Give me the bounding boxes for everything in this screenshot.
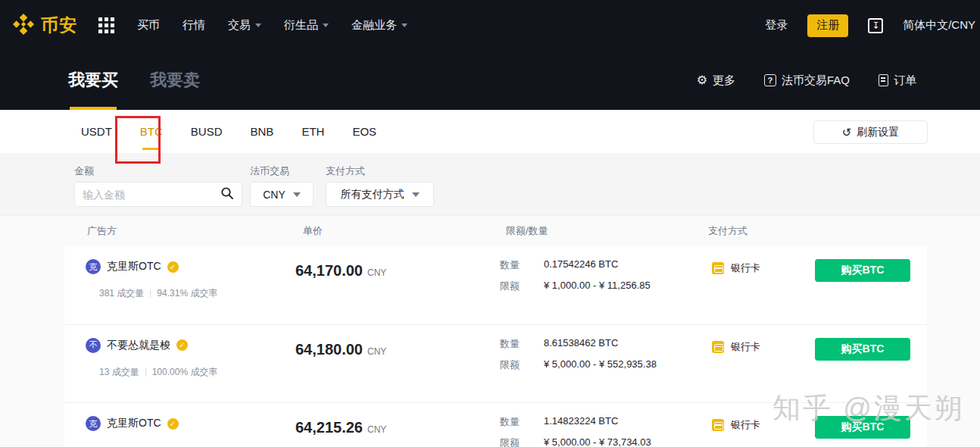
payment-method-label: 银行卡 [731,418,760,432]
unit-price: 64,180.00 CNY [295,341,386,358]
column-header-limit-qty: 限额/数量 [506,224,548,238]
nav-item-derivatives[interactable]: 衍生品 [284,18,329,33]
nav-item-buy-crypto[interactable]: 买币 [137,18,160,33]
search-icon[interactable] [220,186,234,203]
chevron-down-icon [412,192,420,197]
p2p-sub-navbar: 我要买 我要卖 ⚙ 更多 ? 法币交易FAQ 订单 [0,51,980,110]
advertiser-name: 克里斯OTC [107,260,161,274]
advertiser-link[interactable]: 不 不要怂就是梭 ✓ [86,338,188,353]
offer-row: 克 克里斯OTC ✓ 64,215.26 CNY 数量1.14823224 BT… [64,403,927,447]
tab-btc[interactable]: BTC [139,110,164,153]
advertiser-link[interactable]: 克 克里斯OTC ✓ [86,416,179,431]
completion-rate: 94.31% 成交率 [157,287,217,300]
brand-name: 币安 [41,14,77,37]
buy-btc-button[interactable]: 购买BTC [815,338,910,361]
payment-select[interactable]: 所有支付方式 [326,182,434,207]
refresh-settings-button[interactable]: ↺ 刷新设置 [813,120,928,144]
download-app-icon[interactable]: ↧ [868,18,883,33]
quantity-value: 0.17542246 BTC [544,258,618,272]
nav-item-markets[interactable]: 行情 [183,18,205,33]
quantity-label: 数量 [500,337,544,351]
offer-row: 克 克里斯OTC ✓ 381 成交量 94.31% 成交率 64,170.00 … [64,246,927,325]
verified-badge-icon: ✓ [176,339,188,351]
limit-label: 限额 [500,358,544,372]
filter-band: 金额 法币交易 CNY 支付方式 所有支付方式 [0,153,980,216]
orders-count: 381 成交量 [99,287,144,300]
payment-method-label: 银行卡 [731,340,760,354]
topnav-menu: 买币 行情 交易 衍生品 金融业务 [137,18,407,33]
completion-rate: 100.00% 成交率 [152,366,218,379]
limit-quantity-block: 数量8.61538462 BTC 限额¥ 5,000.00 - ¥ 552,93… [500,337,657,380]
orders-link[interactable]: 订单 [879,73,916,88]
nav-item-finance[interactable]: 金融业务 [351,18,407,33]
bank-card-icon [712,341,724,353]
bank-card-icon [712,262,724,274]
avatar: 克 [86,259,101,274]
payment-method-label: 银行卡 [731,261,760,275]
payment-method: 银行卡 [712,418,760,432]
question-mark-icon: ? [764,74,776,86]
asset-tabs-row: USDT BTC BUSD BNB ETH EOS ↺ 刷新设置 [0,110,980,153]
login-link[interactable]: 登录 [765,18,788,33]
register-button[interactable]: 注册 [807,14,848,37]
amount-input[interactable] [83,189,220,201]
limit-quantity-block: 数量1.14823224 BTC 限额¥ 5,000.00 - ¥ 73,734… [500,415,651,447]
limit-label: 限额 [500,436,544,447]
top-navbar: 币安 买币 行情 交易 衍生品 金融业务 登录 注册 ↧ 简体中文/CNY [0,0,980,51]
fiat-label: 法币交易 [250,164,289,178]
quantity-label: 数量 [500,415,544,429]
tab-busd[interactable]: BUSD [189,110,224,153]
currency-unit: CNY [367,424,386,435]
language-currency-selector[interactable]: 简体中文/CNY [903,18,975,33]
currency-unit: CNY [367,346,386,357]
limit-value: ¥ 1,000.00 - ¥ 11,256.85 [544,280,651,293]
offers-table: 克 克里斯OTC ✓ 381 成交量 94.31% 成交率 64,170.00 … [64,246,927,447]
buy-btc-button[interactable]: 购买BTC [815,416,910,439]
fiat-faq-link[interactable]: ? 法币交易FAQ [764,73,850,88]
advertiser-link[interactable]: 克 克里斯OTC ✓ [86,259,179,274]
chevron-down-icon [323,23,329,27]
chevron-down-icon [255,23,261,27]
refresh-icon: ↺ [842,127,852,138]
document-icon [879,74,888,86]
currency-unit: CNY [367,267,386,278]
more-button[interactable]: ⚙ 更多 [697,73,735,88]
payment-method: 银行卡 [712,340,760,354]
payment-method: 银行卡 [712,261,760,275]
tab-usdt[interactable]: USDT [80,110,114,153]
quantity-value: 8.61538462 BTC [544,337,618,351]
avatar: 不 [86,338,101,353]
avatar: 克 [86,416,101,431]
divider [150,289,151,298]
tab-i-want-to-sell[interactable]: 我要卖 [150,51,200,110]
unit-price: 64,215.26 CNY [295,419,386,436]
apps-grid-icon[interactable] [98,17,114,33]
fiat-select[interactable]: CNY [250,182,314,207]
topnav-right: 登录 注册 ↧ 简体中文/CNY [765,0,980,51]
column-header-advertiser: 广告方 [87,224,117,238]
nav-item-trade[interactable]: 交易 [228,18,261,33]
quantity-value: 1.14823224 BTC [544,415,618,429]
column-header-payment: 支付方式 [708,224,747,238]
tab-bnb[interactable]: BNB [249,110,276,153]
verified-badge-icon: ✓ [167,418,179,430]
buy-sell-tabs: 我要买 我要卖 [68,51,200,110]
chevron-down-icon [293,192,301,197]
payment-label: 支付方式 [326,164,365,178]
binance-logo[interactable]: 币安 [11,12,77,39]
chevron-down-icon [401,23,407,27]
gear-icon: ⚙ [697,74,707,86]
tab-eth[interactable]: ETH [300,110,326,153]
tab-i-want-to-buy[interactable]: 我要买 [68,51,118,110]
tab-eos[interactable]: EOS [351,110,378,153]
advertiser-stats: 13 成交量 100.00% 成交率 [99,366,217,379]
quantity-label: 数量 [500,258,544,272]
amount-search-box [74,182,242,207]
offer-row: 不 不要怂就是梭 ✓ 13 成交量 100.00% 成交率 64,180.00 … [64,325,927,404]
column-header-price: 单价 [303,224,323,238]
buy-btc-button[interactable]: 购买BTC [815,259,910,282]
asset-tabs: USDT BTC BUSD BNB ETH EOS [80,110,378,153]
verified-badge-icon: ✓ [167,261,179,273]
binance-diamond-icon [11,12,36,39]
divider [145,368,146,377]
